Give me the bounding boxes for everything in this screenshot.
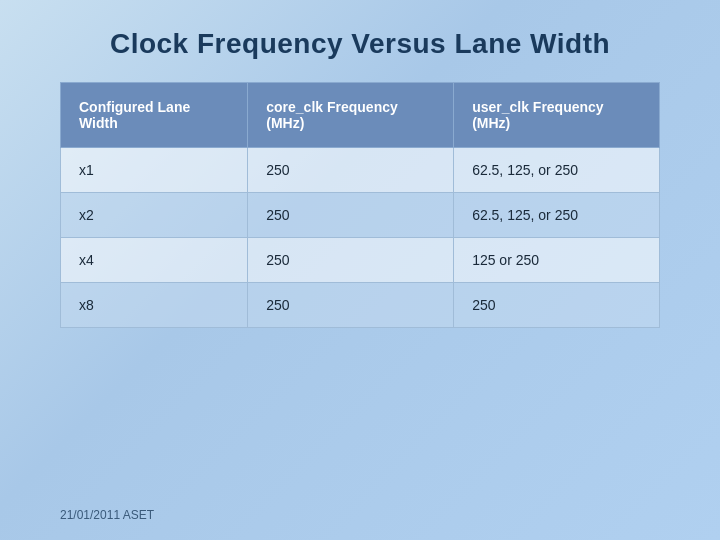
table-cell-0-0: x1 [61, 148, 248, 193]
data-table-container: Configured Lane Width core_clk Frequency… [60, 82, 660, 328]
col-header-user-clk: user_clk Frequency (MHz) [454, 83, 660, 148]
page-title: Clock Frequency Versus Lane Width [0, 0, 720, 82]
table-cell-3-0: x8 [61, 283, 248, 328]
table-cell-2-2: 125 or 250 [454, 238, 660, 283]
table-cell-2-1: 250 [248, 238, 454, 283]
table-cell-2-0: x4 [61, 238, 248, 283]
table-cell-1-0: x2 [61, 193, 248, 238]
table-row: x4250125 or 250 [61, 238, 660, 283]
table-cell-0-1: 250 [248, 148, 454, 193]
table-row: x8250250 [61, 283, 660, 328]
table-row: x225062.5, 125, or 250 [61, 193, 660, 238]
table-cell-1-1: 250 [248, 193, 454, 238]
col-header-core-clk: core_clk Frequency (MHz) [248, 83, 454, 148]
table-cell-1-2: 62.5, 125, or 250 [454, 193, 660, 238]
col-header-lane-width: Configured Lane Width [61, 83, 248, 148]
footer-label: 21/01/2011 ASET [60, 508, 154, 522]
table-row: x125062.5, 125, or 250 [61, 148, 660, 193]
table-cell-3-1: 250 [248, 283, 454, 328]
table-header-row: Configured Lane Width core_clk Frequency… [61, 83, 660, 148]
table-cell-3-2: 250 [454, 283, 660, 328]
table-cell-0-2: 62.5, 125, or 250 [454, 148, 660, 193]
frequency-table: Configured Lane Width core_clk Frequency… [60, 82, 660, 328]
